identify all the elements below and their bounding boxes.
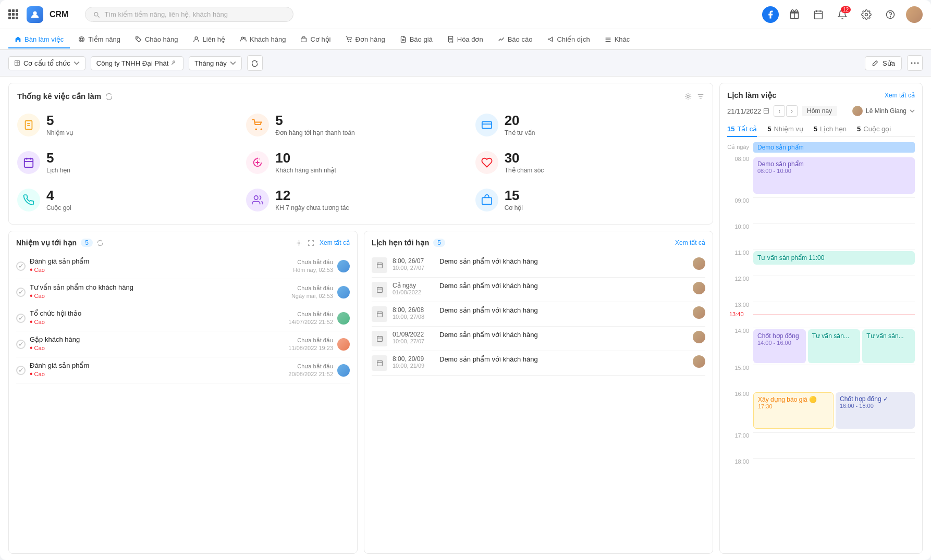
help-icon[interactable] [882,6,899,23]
calendar-icon[interactable] [810,6,827,23]
cal-event-chot-hop-dong2[interactable]: Chốt hợp đồng ✓ 16:00 - 18:00 [836,392,915,429]
schedule-item[interactable]: 8:00, 26/08 10:00, 27/08 Demo sản phẩm v… [372,302,705,327]
refresh-button[interactable] [247,55,263,71]
time-label-10: 10:00 [727,223,749,250]
svg-point-1 [94,12,98,16]
refresh-tasks-icon[interactable] [97,240,103,246]
cal-prev-button[interactable]: ‹ [774,105,785,117]
refresh-stats-icon[interactable] [105,93,113,100]
nav-item-don-hang[interactable]: Đơn hàng [339,31,391,48]
stat-label: Khách hàng sinh nhật [275,167,336,174]
cal-tab-tasks[interactable]: 5 Nhiệm vụ [767,122,803,137]
svg-point-20 [350,41,351,42]
cal-event-tu-van[interactable]: Tư vấn sản phẩm 11:00 [753,251,915,265]
edit-button[interactable]: Sửa [865,56,902,70]
nav-item-hoa-don[interactable]: Hóa đơn [441,31,489,48]
gear-tasks-icon[interactable] [296,240,302,246]
nav-item-chao-hang[interactable]: Chào hàng [129,31,185,48]
edit-icon [872,60,878,67]
cal-event-tu-van2[interactable]: Tư vấn sản... [808,329,861,363]
schedule-item[interactable]: 8:00, 20/09 10:00, 21/09 Demo sản phẩm v… [372,351,705,376]
task-checkbox[interactable]: ✓ [16,262,26,271]
task-item[interactable]: ✓ Gặp khách hàng Cao Chưa bắt đầu 11/08/… [16,331,350,357]
nav-item-ban-lam-viec[interactable]: Bàn làm việc [8,31,70,48]
nav-item-khac[interactable]: Khác [598,31,636,48]
settings-icon[interactable] [858,6,875,23]
filter-icon[interactable] [697,93,704,100]
stat-lich-hen[interactable]: 5 Lịch hẹn [17,147,246,178]
stat-sinh-nhat[interactable]: 10 Khách hàng sinh nhật [246,147,475,178]
task-item[interactable]: ✓ Tư vấn sản phẩm cho khách hàng Cao Chư… [16,279,350,305]
gear-icon[interactable] [684,93,692,100]
cal-event-demo[interactable]: Demo sản phẩm 08:00 - 10:00 [753,157,915,194]
task-checkbox[interactable]: ✓ [16,340,26,349]
nav-item-tiem-nang[interactable]: Tiềm năng [72,31,127,48]
svg-point-42 [256,129,257,130]
cal-tab-appointments[interactable]: 5 Lịch hẹn [814,122,847,137]
stat-label: Nhiệm vụ [46,129,74,136]
cal-event-tu-van3[interactable]: Tư vấn sản... [862,329,915,363]
cart-icon [346,36,352,43]
today-button[interactable]: Hôm nay [802,106,837,116]
task-item[interactable]: ✓ Tổ chức hội thảo Cao Chưa bắt đầu 14/0… [16,305,350,331]
nav-label: Tiềm năng [88,35,120,43]
schedule-name: Demo sản phẩm với khách hàng [439,257,688,265]
svg-rect-69 [377,360,382,366]
svg-point-9 [865,13,868,16]
task-item[interactable]: ✓ Đánh giá sản phẩm Cao Chưa bắt đầu 20/… [16,357,350,383]
facebook-icon[interactable] [762,6,779,23]
task-checkbox[interactable]: ✓ [16,288,26,297]
cal-tab-all[interactable]: 15 Tất cả [727,122,757,137]
schedule-time-end: 10:00, 27/07 [393,265,434,271]
see-all-schedule[interactable]: Xem tất cả [675,239,705,246]
schedule-item[interactable]: 01/09/2022 10:00, 27/07 Demo sản phẩm vớ… [372,327,705,351]
cal-event-time: 08:00 - 10:00 [757,168,911,174]
stat-kh-7-ngay[interactable]: 12 KH 7 ngày chưa tương tác [246,184,475,216]
all-day-event[interactable]: Demo sản phẩm [753,142,915,153]
stat-cuoc-goi[interactable]: 4 Cuộc gọi [17,184,246,216]
search-bar[interactable]: Tìm kiếm tiềm năng, liên hệ, khách hàng [85,7,293,22]
cal-event-time: 14:00 - 16:00 [757,340,802,346]
task-item[interactable]: ✓ Đánh giá sản phẩm Cao Chưa bắt đầu Hôm… [16,253,350,279]
nav-item-bao-cao[interactable]: Báo cáo [492,31,539,48]
org-filter[interactable]: Cơ cấu tổ chức [8,56,85,70]
task-checkbox[interactable]: ✓ [16,314,26,323]
task-name: Đánh giá sản phẩm [30,257,289,265]
stat-don-hang[interactable]: 5 Đơn hàng tới hạn thanh toán [246,109,475,141]
calendar-panel: Lịch làm việc Xem tất cả 21/11/2022 ‹ › … [719,83,923,554]
task-time: 11/08/2022 19:23 [288,345,333,351]
chevron-down-icon2 [230,60,236,66]
nav-item-bao-gia[interactable]: Báo giá [394,31,439,48]
stat-co-hoi[interactable]: 15 Cơ hội [475,184,704,216]
schedule-item[interactable]: Cả ngày 01/08/2022 Demo sản phẩm với khá… [372,278,705,302]
nav-item-chien-dich[interactable]: Chiến dịch [541,31,596,48]
svg-point-32 [911,63,913,64]
stat-the-cham-soc[interactable]: 30 Thẻ chăm sóc [475,147,704,178]
nav-item-co-hoi[interactable]: Cơ hội [294,31,337,48]
company-filter[interactable]: Công ty TNHH Đại Phát [91,56,184,70]
nav-label: Bàn làm việc [24,35,64,43]
cal-next-button[interactable]: › [786,105,798,117]
grid-menu-icon[interactable] [8,9,18,19]
expand-icon[interactable] [308,240,314,246]
stat-nhiem-vu[interactable]: 5 Nhiệm vụ [17,109,246,141]
period-filter[interactable]: Tháng này [189,56,241,70]
nav-item-khach-hang[interactable]: Khách hàng [234,31,292,48]
more-options-button[interactable] [907,55,923,71]
cal-event-bao-gia[interactable]: Xây dựng báo giá 🟡 17:30 [753,392,834,429]
nav-item-lien-he[interactable]: Liên hệ [187,31,231,48]
gift-icon[interactable] [786,6,803,23]
task-status: Chưa bắt đầu [297,259,333,266]
task-name: Tư vấn sản phẩm cho khách hàng [30,283,287,291]
see-all-tasks[interactable]: Xem tất cả [320,239,350,246]
stat-the-tu-van[interactable]: 20 Thẻ tư vấn [475,109,704,141]
cal-entry-icon [372,306,387,322]
cal-tab-calls[interactable]: 5 Cuộc gọi [857,122,891,137]
avatar[interactable] [906,6,923,23]
schedule-item[interactable]: 8:00, 26/07 10:00, 27/07 Demo sản phẩm v… [372,253,705,278]
cal-event-chot-hop-dong[interactable]: Chốt hợp đồng 14:00 - 16:00 [753,329,806,363]
task-checkbox[interactable]: ✓ [16,366,26,375]
see-all-calendar[interactable]: Xem tất cả [885,92,915,99]
notification-icon[interactable]: 12 [834,6,851,23]
time-label-15: 15:00 [727,365,749,391]
